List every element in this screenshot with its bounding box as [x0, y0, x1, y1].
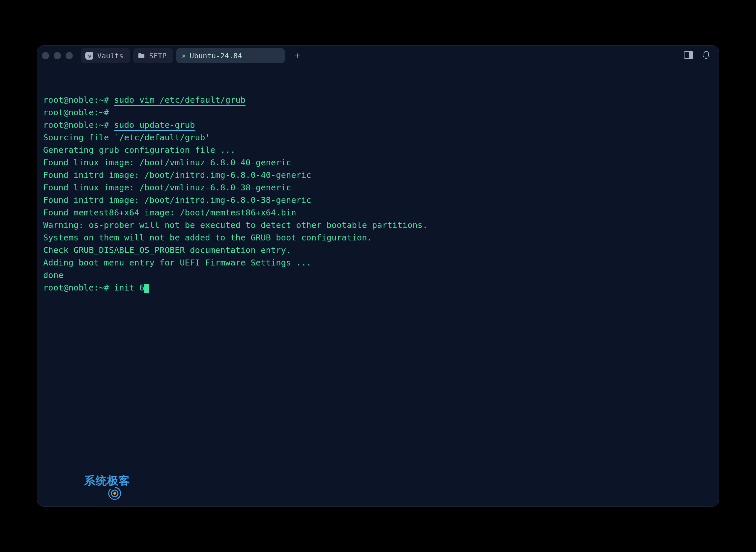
- folder-icon: [138, 52, 145, 59]
- terminal-line: Check GRUB_DISABLE_OS_PROBER documentati…: [43, 244, 713, 257]
- minimize-window-button[interactable]: [54, 52, 61, 59]
- terminal-line: Found initrd image: /boot/initrd.img-6.8…: [43, 194, 713, 206]
- terminal-line: done: [43, 269, 713, 282]
- terminal-line: Found linux image: /boot/vmlinuz-6.8.0-4…: [43, 156, 713, 169]
- terminal-line: root@noble:~# sudo vim /etc/default/grub: [43, 94, 713, 106]
- terminal-line: Adding boot menu entry for UEFI Firmware…: [43, 257, 713, 269]
- watermark-logo-icon: [67, 473, 81, 488]
- shell-command: sudo vim /etc/default/grub: [114, 95, 245, 106]
- terminal-line: Found memtest86+x64 image: /boot/memtest…: [43, 206, 713, 219]
- terminal-line: root@noble:~#: [43, 106, 713, 119]
- cursor: [144, 284, 149, 293]
- tab-ubuntu[interactable]: ✕ Ubuntu-24.04: [176, 48, 285, 63]
- panel-toggle-icon[interactable]: [684, 51, 693, 60]
- shell-prompt: root@noble:~#: [43, 283, 114, 292]
- watermark: 系统极客: [67, 472, 130, 489]
- shell-prompt: root@noble:~#: [43, 107, 114, 117]
- close-window-button[interactable]: [42, 52, 49, 59]
- titlebar-actions: [684, 51, 710, 60]
- tab-label: Vaults: [97, 52, 123, 60]
- svg-rect-2: [689, 51, 693, 58]
- notifications-icon[interactable]: [702, 51, 710, 60]
- terminal-line: root@noble:~# sudo update-grub: [43, 119, 713, 131]
- shell-prompt: root@noble:~#: [43, 95, 114, 105]
- shell-command: init 6: [114, 283, 144, 292]
- svg-point-5: [113, 492, 116, 495]
- terminal-line: Generating grub configuration file ...: [43, 144, 713, 156]
- shell-command: sudo update-grub: [114, 120, 195, 131]
- maximize-window-button[interactable]: [66, 52, 73, 59]
- terminal-window: ◎ Vaults SFTP ✕ Ubuntu-24.04 +: [37, 45, 719, 507]
- terminal-line: root@noble:~# init 6: [43, 282, 713, 294]
- terminal-line: Found linux image: /boot/vmlinuz-6.8.0-3…: [43, 181, 713, 194]
- tab-sftp[interactable]: SFTP: [133, 48, 173, 63]
- terminal-line: Warning: os-prober will not be executed …: [43, 219, 713, 232]
- vault-icon: ◎: [85, 52, 93, 59]
- close-tab-icon[interactable]: ✕: [182, 52, 186, 59]
- shell-prompt: root@noble:~#: [43, 120, 114, 130]
- new-tab-button[interactable]: +: [291, 49, 304, 62]
- tab-bar: ◎ Vaults SFTP ✕ Ubuntu-24.04 +: [81, 48, 680, 63]
- tab-label: Ubuntu-24.04: [190, 52, 242, 60]
- tab-label: SFTP: [149, 52, 167, 60]
- tab-vaults[interactable]: ◎ Vaults: [81, 48, 130, 63]
- terminal-line: Found initrd image: /boot/initrd.img-6.8…: [43, 169, 713, 181]
- window-controls: [42, 52, 73, 59]
- terminal-output[interactable]: root@noble:~# sudo vim /etc/default/grub…: [37, 65, 719, 506]
- titlebar: ◎ Vaults SFTP ✕ Ubuntu-24.04 +: [37, 46, 719, 65]
- terminal-line: Systems on them will not be added to the…: [43, 232, 713, 244]
- terminal-line: Sourcing file `/etc/default/grub': [43, 131, 713, 144]
